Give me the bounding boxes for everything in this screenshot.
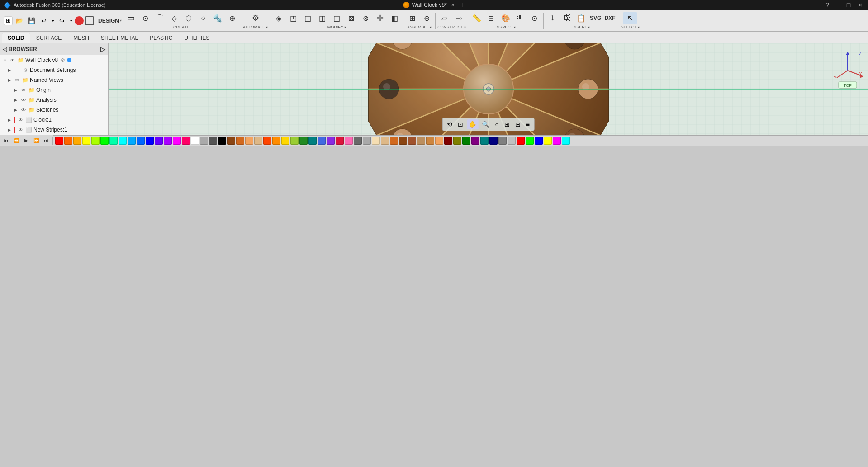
open-button[interactable]: 📂 — [14, 15, 25, 26]
sketches-expand[interactable]: ▶ — [13, 107, 19, 113]
help-icon[interactable]: ? — [825, 1, 829, 9]
create-rib-btn[interactable]: ⬡ — [182, 12, 195, 24]
browser-item-origin[interactable]: ▶ 👁 📁 Origin — [0, 85, 108, 95]
close-tab-btn[interactable]: × — [451, 2, 455, 8]
color-swatch-extra-17[interactable] — [417, 137, 425, 145]
construct-axis-btn[interactable]: ⊸ — [452, 12, 465, 24]
insert-derive-btn[interactable]: ⤵ — [545, 12, 559, 24]
color-swatch-0[interactable] — [55, 137, 63, 145]
save-button[interactable]: 💾 — [26, 15, 37, 26]
browser-item-root[interactable]: ▾ 👁 📁 Wall Clock v8 ⚙ — [0, 55, 108, 65]
browser-item-named-views[interactable]: ▶ 👁 📁 Named Views — [0, 75, 108, 85]
assemble-new-btn[interactable]: ⊞ — [405, 12, 419, 24]
color-swatch-7[interactable] — [119, 137, 127, 145]
modify-combine-btn[interactable]: ⊗ — [359, 12, 372, 24]
create-more-btn[interactable]: ⊕ — [225, 12, 239, 24]
record-button[interactable] — [75, 16, 84, 25]
color-swatch-extra-27[interactable] — [508, 137, 516, 145]
color-swatch-11[interactable] — [155, 137, 163, 145]
viewport-zoom-btn[interactable]: 🔍 — [480, 119, 491, 129]
color-swatch-extra-23[interactable] — [471, 137, 479, 145]
doc-settings-visibility[interactable] — [14, 66, 21, 74]
nav-last-btn[interactable]: ⏭ — [42, 137, 51, 145]
modify-draft-btn[interactable]: ◲ — [330, 12, 343, 24]
color-swatch-extra-21[interactable] — [453, 137, 461, 145]
color-swatch-12[interactable] — [164, 137, 172, 145]
color-swatch-extra-25[interactable] — [489, 137, 498, 145]
color-swatch-19[interactable] — [227, 137, 235, 145]
inspect-section-btn[interactable]: ⊟ — [484, 12, 498, 24]
color-swatch-8[interactable] — [128, 137, 136, 145]
tab-sheet-metal[interactable]: SHEET METAL — [95, 33, 144, 43]
color-swatch-16[interactable] — [200, 137, 208, 145]
color-swatch-22[interactable] — [254, 137, 262, 145]
automate-caret-icon[interactable]: ▾ — [266, 26, 268, 29]
create-sweep-btn[interactable]: ⌒ — [153, 12, 166, 24]
color-swatch-extra-26[interactable] — [498, 137, 507, 145]
color-swatch-extra-15[interactable] — [399, 137, 407, 145]
modify-fillet-btn[interactable]: ◰ — [286, 12, 300, 24]
color-swatch-5[interactable] — [100, 137, 109, 145]
design-dropdown[interactable]: DESIGN ▾ — [100, 14, 120, 27]
insert-dxf-btn[interactable]: DXF — [603, 12, 617, 24]
construct-plane-btn[interactable]: ▱ — [437, 12, 451, 24]
color-swatch-18[interactable] — [218, 137, 226, 145]
viewport-layout-btn[interactable]: ⊞ — [503, 119, 512, 129]
new-tab-btn[interactable]: + — [461, 1, 465, 9]
browser-item-clock1[interactable]: ▶ 👁 ⬜ Clock:1 — [0, 115, 108, 125]
tab-mesh[interactable]: MESH — [67, 33, 95, 43]
color-swatch-2[interactable] — [73, 137, 81, 145]
select-caret-icon[interactable]: ▾ — [638, 26, 640, 29]
color-swatch-10[interactable] — [146, 137, 154, 145]
insert-svg-btn[interactable]: SVG — [589, 12, 602, 24]
color-swatch-14[interactable] — [182, 137, 190, 145]
analysis-expand[interactable]: ▶ — [13, 97, 19, 103]
create-loft-btn[interactable]: ◇ — [167, 12, 181, 24]
color-swatch-9[interactable] — [137, 137, 145, 145]
create-thread-btn[interactable]: 🔩 — [211, 12, 224, 24]
select-cursor-btn[interactable]: ↖ — [623, 12, 637, 24]
tab-plastic[interactable]: PLASTIC — [144, 33, 178, 43]
automate-btn1[interactable]: ⚙ — [249, 12, 262, 24]
browser-item-analysis[interactable]: ▶ 👁 📁 Analysis — [0, 95, 108, 105]
modify-chamfer-btn[interactable]: ◱ — [301, 12, 314, 24]
undo-button[interactable]: ↩ — [38, 15, 49, 26]
color-swatch-6[interactable] — [109, 137, 118, 145]
color-swatch-extra-2[interactable] — [281, 137, 289, 145]
color-swatch-extra-7[interactable] — [327, 137, 335, 145]
color-swatch-4[interactable] — [91, 137, 100, 145]
close-btn[interactable]: × — [856, 1, 864, 9]
browser-back-icon[interactable]: ◁ — [3, 46, 7, 52]
redo-dropdown-btn[interactable]: ▾ — [69, 15, 73, 26]
color-swatch-extra-22[interactable] — [462, 137, 470, 145]
tab-solid[interactable]: SOLID — [2, 33, 30, 43]
clock1-visibility[interactable]: 👁 — [17, 116, 24, 123]
minimize-btn[interactable]: − — [833, 1, 841, 9]
color-swatch-extra-20[interactable] — [444, 137, 452, 145]
color-swatch-extra-1[interactable] — [272, 137, 280, 145]
new-stripes-visibility[interactable]: 👁 — [17, 126, 24, 133]
color-swatch-extra-33[interactable] — [562, 137, 570, 145]
color-swatch-extra-5[interactable] — [308, 137, 317, 145]
new-button[interactable]: ⊞ — [4, 16, 13, 25]
modify-align-btn[interactable]: ◧ — [388, 12, 401, 24]
redo-button[interactable]: ↪ — [57, 15, 67, 26]
viewport-fit-btn[interactable]: ⊡ — [456, 119, 465, 129]
inspect-caret-icon[interactable]: ▾ — [514, 26, 516, 29]
color-swatch-extra-4[interactable] — [299, 137, 308, 145]
doc-settings-expand[interactable]: ▶ — [6, 67, 13, 73]
viewport-orbit-btn[interactable]: ○ — [493, 119, 500, 129]
color-swatch-extra-14[interactable] — [390, 137, 398, 145]
inspect-analysis-btn[interactable]: 🎨 — [499, 12, 512, 24]
new-stripes-expand[interactable]: ▶ — [6, 127, 13, 133]
named-views-visibility[interactable]: 👁 — [14, 76, 21, 84]
viewport-pan-btn[interactable]: ⟲ — [445, 119, 454, 129]
color-swatch-extra-18[interactable] — [426, 137, 434, 145]
root-expand-arrow[interactable]: ▾ — [2, 57, 8, 63]
color-swatch-extra-24[interactable] — [480, 137, 489, 145]
color-swatch-extra-6[interactable] — [318, 137, 326, 145]
browser-item-sketches[interactable]: ▶ 👁 📁 Sketches — [0, 105, 108, 115]
color-swatch-extra-16[interactable] — [408, 137, 416, 145]
create-revolve-btn[interactable]: ⊙ — [138, 12, 152, 24]
color-swatch-extra-30[interactable] — [535, 137, 543, 145]
